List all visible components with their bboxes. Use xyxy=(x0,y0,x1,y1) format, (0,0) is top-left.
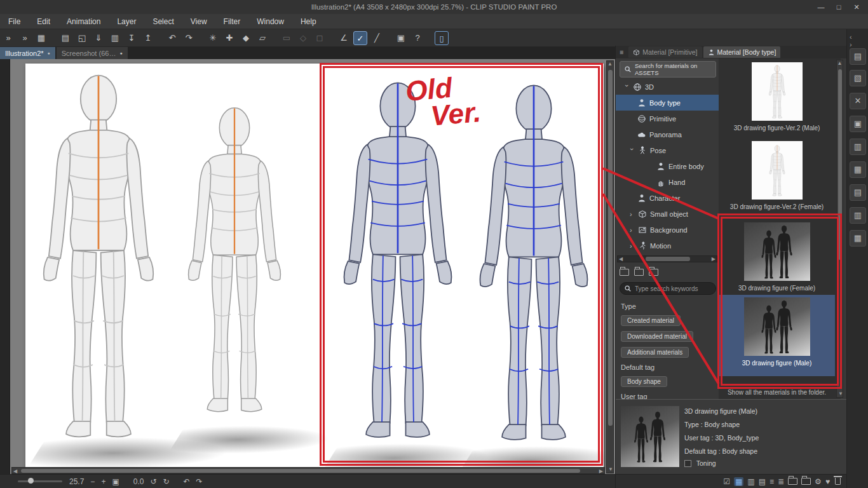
help-icon[interactable]: ? xyxy=(410,31,424,45)
small-grid-view-icon[interactable]: ▤ xyxy=(759,477,766,486)
tree-item-character[interactable]: Character xyxy=(616,190,719,206)
palette-dock-icon[interactable]: ▦ xyxy=(850,230,866,247)
tree-item-small-object[interactable]: › Small object xyxy=(616,206,719,222)
import-material-icon[interactable] xyxy=(788,478,797,485)
move-icon[interactable]: ✚ xyxy=(222,31,236,45)
palette-dock-icon[interactable]: ▤ xyxy=(850,48,866,65)
menu-help[interactable]: Help xyxy=(292,14,325,29)
menu-window[interactable]: Window xyxy=(248,14,292,29)
undo-icon[interactable]: ↶ xyxy=(184,477,190,486)
menu-file[interactable]: File xyxy=(0,14,29,29)
collapsed-tool-strip[interactable] xyxy=(0,59,10,474)
tag-body-shape[interactable]: Body shape xyxy=(621,376,667,387)
menu-layer[interactable]: Layer xyxy=(109,14,144,29)
scroll-left-icon[interactable]: ◀ xyxy=(618,256,623,262)
palette-dock-icon[interactable]: ✕ xyxy=(850,93,866,109)
panel-menu-icon[interactable]: ≡ xyxy=(616,48,627,56)
canvas-horizontal-scrollbar[interactable]: ◀ ▶ xyxy=(11,467,605,474)
save-icon[interactable]: ⇓ xyxy=(92,31,105,45)
tree-item-primitive[interactable]: Primitive xyxy=(616,111,719,126)
ruler-icon[interactable]: ∠ xyxy=(337,31,351,45)
scroll-right-icon[interactable]: ▶ xyxy=(712,256,717,262)
tree-horizontal-scrollbar[interactable]: ◀ ▶ xyxy=(617,255,717,262)
snap-to-ruler-icon[interactable]: ✓ xyxy=(353,31,367,45)
search-input[interactable] xyxy=(635,285,710,292)
detail-view-icon[interactable]: ≣ xyxy=(778,477,784,486)
favorite-heart-icon[interactable]: ♥ xyxy=(825,477,830,486)
filter-created-material[interactable]: Created material xyxy=(621,315,681,326)
large-grid-view-icon[interactable]: ▥ xyxy=(747,477,754,486)
overflow-chevron-icon[interactable]: » xyxy=(1,31,15,45)
tree-item-pose[interactable]: › Pose xyxy=(616,142,719,158)
tab-screenshot[interactable]: Screenshot (66… ● xyxy=(57,47,128,59)
tree-item-panorama[interactable]: Panorama xyxy=(616,126,719,142)
import-icon[interactable]: ↥ xyxy=(141,31,155,45)
print-icon[interactable]: ▥ xyxy=(108,31,122,45)
tree-item-hand[interactable]: Hand xyxy=(616,174,719,190)
new-folder-icon[interactable] xyxy=(620,269,629,276)
tree-item-motion[interactable]: › Motion xyxy=(616,238,719,254)
menu-view[interactable]: View xyxy=(182,14,215,29)
close-button[interactable]: ✕ xyxy=(848,0,865,14)
palette-dock-icon[interactable]: ▤ xyxy=(850,184,866,201)
rotate-ccw-icon[interactable]: ↺ xyxy=(150,477,156,486)
keyword-search-box[interactable] xyxy=(620,282,716,295)
toning-checkbox[interactable] xyxy=(684,460,691,467)
palette-dock-icon[interactable]: ▥ xyxy=(850,139,866,155)
scroll-left-icon[interactable]: ◀ xyxy=(13,468,17,474)
tab-material-bodytype[interactable]: Material [Body type] xyxy=(703,46,781,58)
dock-collapse-right-icon[interactable]: › xyxy=(850,41,857,48)
palette-dock-icon[interactable]: ▣ xyxy=(850,116,866,132)
filter-additional-materials[interactable]: Additional materials xyxy=(621,347,689,358)
list-view-icon[interactable]: ≡ xyxy=(770,477,774,486)
menu-animation[interactable]: Animation xyxy=(58,14,109,29)
tablet-mode-icon[interactable]: ▯ xyxy=(435,31,449,45)
crop-icon[interactable]: ▱ xyxy=(255,31,269,45)
scroll-up-icon[interactable]: ▲ xyxy=(607,61,613,67)
tree-item-3d[interactable]: › 3D xyxy=(616,79,719,95)
new-canvas-icon[interactable]: ▤ xyxy=(58,31,72,45)
canvas-paper[interactable]: Old Ver. xyxy=(25,64,604,469)
line-snap-icon[interactable]: ╱ xyxy=(370,31,384,45)
palette-dock-icon[interactable]: ▥ xyxy=(850,207,866,224)
3d-figure-male-v2[interactable] xyxy=(35,69,162,458)
fit-to-screen-icon[interactable]: ▣ xyxy=(112,477,119,486)
dock-collapse-left-icon[interactable]: ‹ xyxy=(850,33,857,41)
chevron-right-icon[interactable]: › xyxy=(630,242,635,250)
tree-item-background[interactable]: › Background xyxy=(616,222,719,238)
undo-icon[interactable]: ↶ xyxy=(165,31,179,45)
chevron-down-icon[interactable]: › xyxy=(623,85,631,90)
search-assets-button[interactable]: Search for materials on ASSETS xyxy=(620,61,716,78)
tree-item-body-type[interactable]: Body type xyxy=(616,95,719,111)
canvas-vertical-scrollbar[interactable]: ▲ ▼ xyxy=(606,60,614,473)
tab-illustration2[interactable]: Illustration2* ● xyxy=(0,47,55,59)
tab-material-primitive[interactable]: Material [Primitive] xyxy=(628,46,702,58)
scroll-down-icon[interactable]: ▼ xyxy=(838,391,843,396)
tree-item-entire-body[interactable]: Entire body xyxy=(616,158,719,174)
chevron-down-icon[interactable]: › xyxy=(628,148,636,153)
redo-icon[interactable]: ↷ xyxy=(196,477,203,486)
filter-downloaded-material[interactable]: Downloaded material xyxy=(621,331,693,342)
zoom-out-icon[interactable]: − xyxy=(90,477,95,486)
3d-figure-female-v2[interactable] xyxy=(181,84,288,447)
3d-view-icon[interactable]: ▣ xyxy=(394,31,408,45)
thumbnail-grid-view-icon[interactable]: ▦ xyxy=(734,477,743,486)
rotate-cw-icon[interactable]: ↻ xyxy=(163,477,169,486)
zoom-in-icon[interactable]: + xyxy=(101,477,105,486)
material-item-ver2-male[interactable]: 3D drawing figure-Ver.2 (Male) xyxy=(719,60,835,137)
maximize-button[interactable]: □ xyxy=(830,0,848,14)
fill-icon[interactable]: ◆ xyxy=(239,31,253,45)
minimize-button[interactable]: — xyxy=(812,0,830,14)
scroll-right-icon[interactable]: ▶ xyxy=(599,468,603,474)
clear-icon[interactable]: ✳ xyxy=(206,31,220,45)
gear-icon[interactable]: ⚙ xyxy=(815,477,822,486)
export-material-icon[interactable] xyxy=(801,478,811,485)
overflow-chevron-icon[interactable]: » xyxy=(18,31,32,45)
chevron-right-icon[interactable]: › xyxy=(630,226,635,234)
menu-select[interactable]: Select xyxy=(144,14,182,29)
select-materials-icon[interactable]: ☑ xyxy=(723,477,730,486)
palette-dock-icon[interactable]: ▧ xyxy=(850,70,866,86)
export-icon[interactable]: ↧ xyxy=(125,31,139,45)
palette-dock-icon[interactable]: ▦ xyxy=(850,161,866,178)
material-item-ver2-female[interactable]: 3D drawing figure-Ver.2 (Female) xyxy=(719,139,835,217)
